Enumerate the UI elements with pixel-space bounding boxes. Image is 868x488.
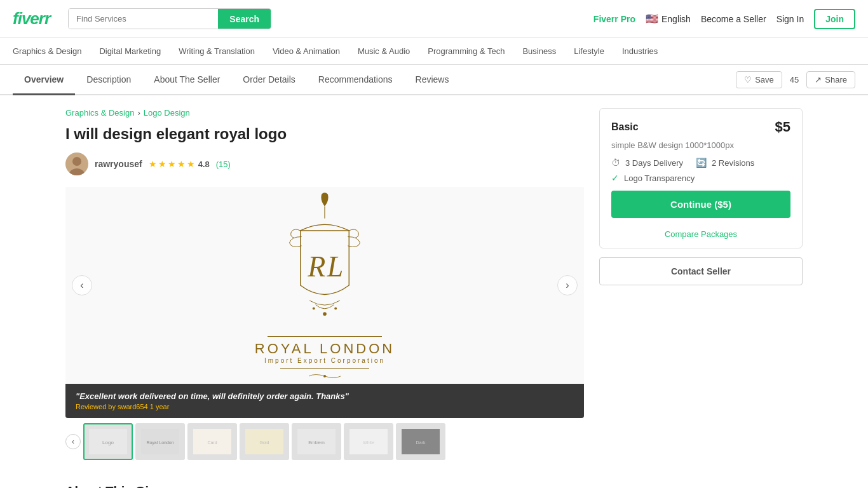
logo-tagline: Import Export Corporation	[255, 357, 395, 364]
gig-tab-recommendations[interactable]: Recommendations	[307, 65, 404, 95]
svg-point-4	[323, 312, 327, 316]
refresh-icon: 🔄	[696, 158, 707, 168]
check-icon: ✓	[611, 173, 619, 183]
category-nav-item[interactable]: Industries	[622, 46, 658, 56]
svg-text:White: White	[363, 440, 374, 445]
thumbnail-6[interactable]: White	[344, 423, 393, 460]
logo-preview: R L ROYAL LONDON Import Export Corporati…	[242, 187, 407, 396]
gig-title: I will design elegant royal logo	[65, 124, 584, 144]
transparency-feature: ✓ Logo Transparency	[611, 173, 790, 183]
svg-point-9	[323, 375, 326, 377]
continue-button[interactable]: Continue ($5)	[611, 191, 790, 218]
seller-info: rawryousef ★ ★ ★ ★ ★ 4.8 (15)	[65, 152, 584, 175]
gig-tab-order-details[interactable]: Order Details	[231, 65, 306, 95]
left-column: Graphics & Design › Logo Design I will d…	[65, 108, 584, 488]
about-gig-title: About This Gig	[65, 484, 584, 488]
review-by: Reviewed by sward654 1 year	[76, 403, 574, 410]
search-button[interactable]: Search	[218, 9, 271, 29]
svg-text:Emblem: Emblem	[308, 440, 325, 445]
thumbnail-4[interactable]: Gold	[240, 423, 289, 460]
pricing-card: Basic $5 simple B&W design 1000*1000px ⏱…	[599, 108, 803, 248]
thumbnail-2[interactable]: Royal London	[135, 423, 185, 460]
category-nav-item[interactable]: Graphics & Design	[13, 46, 81, 56]
save-count: 45	[790, 75, 799, 85]
contact-seller-button[interactable]: Contact Seller	[599, 257, 803, 285]
star-rating: ★ ★ ★ ★ ★ 4.8	[149, 159, 210, 169]
category-nav-item[interactable]: Business	[522, 46, 556, 56]
breadcrumb: Graphics & Design › Logo Design	[65, 108, 584, 118]
svg-text:Dark: Dark	[416, 440, 426, 445]
language-label: English	[661, 14, 691, 24]
image-carousel: ‹	[65, 187, 584, 418]
language-selector[interactable]: 🇺🇸 English	[646, 13, 691, 25]
breadcrumb-separator: ›	[137, 108, 140, 118]
compare-packages-link[interactable]: Compare Packages	[600, 226, 802, 248]
carousel-main-image: ‹	[65, 187, 584, 384]
share-button[interactable]: ↗ Share	[806, 71, 855, 88]
fiverr-logo[interactable]: fiverr	[13, 9, 50, 29]
clock-icon: ⏱	[611, 158, 620, 168]
package-price: $5	[775, 119, 790, 135]
gig-tab-description[interactable]: Description	[75, 65, 142, 95]
thumbnail-7[interactable]: Dark	[396, 423, 445, 460]
delivery-feature: ⏱ 3 Days Delivery 🔄 2 Revisions	[611, 158, 790, 168]
thumbnail-prev[interactable]: ‹	[65, 434, 81, 449]
logo-company-name: ROYAL LONDON	[255, 341, 395, 357]
breadcrumb-child[interactable]: Logo Design	[144, 108, 190, 118]
category-nav-item[interactable]: Music & Audio	[358, 46, 410, 56]
category-nav-item[interactable]: Programming & Tech	[428, 46, 505, 56]
seller-name[interactable]: rawryousef	[95, 159, 142, 169]
thumbnail-1[interactable]: Logo	[83, 423, 133, 460]
carousel-image-area: R L ROYAL LONDON Import Export Corporati…	[65, 187, 584, 384]
gig-tab-about-the-seller[interactable]: About The Seller	[142, 65, 231, 95]
package-description: simple B&W design 1000*1000px	[600, 140, 802, 158]
review-author: Reviewed by sward654 1 year	[76, 403, 169, 410]
svg-point-1	[72, 157, 81, 166]
package-name: Basic	[611, 121, 639, 133]
heart-icon: ♡	[744, 75, 752, 85]
star-1: ★	[149, 159, 157, 169]
save-label: Save	[755, 75, 774, 85]
gig-tabs: OverviewDescriptionAbout The SellerOrder…	[0, 65, 868, 95]
top-nav: fiverr Search Fiverr Pro 🇺🇸 English Beco…	[0, 0, 868, 38]
revisions-label: 2 Revisions	[712, 158, 754, 168]
carousel-prev-button[interactable]: ‹	[72, 275, 92, 295]
fiverr-pro-link[interactable]: Fiverr Pro	[593, 14, 635, 24]
gig-tab-overview[interactable]: Overview	[13, 65, 75, 95]
sign-in-link[interactable]: Sign In	[776, 14, 804, 24]
star-3: ★	[168, 159, 176, 169]
divider-ornament	[306, 371, 344, 381]
category-nav: Graphics & DesignDigital MarketingWritin…	[0, 38, 868, 65]
avatar	[65, 152, 88, 175]
category-nav-item[interactable]: Writing & Translation	[179, 46, 255, 56]
star-4: ★	[177, 159, 186, 169]
thumbnail-3[interactable]: Card	[187, 423, 237, 460]
flag-icon: 🇺🇸	[646, 13, 658, 25]
svg-text:L: L	[327, 250, 344, 282]
svg-point-5	[313, 307, 315, 309]
main-content: Graphics & Design › Logo Design I will d…	[53, 95, 815, 488]
save-button[interactable]: ♡ Save	[736, 71, 782, 88]
gig-tab-reviews[interactable]: Reviews	[404, 65, 461, 95]
logo-emblem-svg: R L	[261, 188, 388, 328]
category-nav-item[interactable]: Lifestyle	[574, 46, 604, 56]
svg-text:Logo: Logo	[102, 440, 114, 445]
search-input[interactable]	[69, 9, 218, 29]
thumbnail-strip: ‹ Logo Royal London	[65, 418, 584, 465]
category-nav-item[interactable]: Video & Animation	[273, 46, 340, 56]
delivery-label: 3 Days Delivery	[625, 158, 683, 168]
review-count[interactable]: (15)	[216, 159, 231, 169]
rating-value: 4.8	[198, 159, 210, 169]
feature-label: Logo Transparency	[624, 173, 695, 183]
package-features: ⏱ 3 Days Delivery 🔄 2 Revisions ✓ Logo T…	[600, 158, 802, 191]
svg-text:Gold: Gold	[260, 440, 269, 445]
thumbnail-5[interactable]: Emblem	[292, 423, 341, 460]
svg-text:R: R	[307, 250, 325, 282]
join-button[interactable]: Join	[814, 9, 855, 29]
breadcrumb-parent[interactable]: Graphics & Design	[65, 108, 134, 118]
carousel-next-button[interactable]: ›	[557, 275, 578, 295]
right-column: Basic $5 simple B&W design 1000*1000px ⏱…	[599, 108, 803, 488]
category-nav-item[interactable]: Digital Marketing	[99, 46, 161, 56]
star-half: ★	[187, 159, 195, 169]
become-seller-link[interactable]: Become a Seller	[701, 14, 766, 24]
